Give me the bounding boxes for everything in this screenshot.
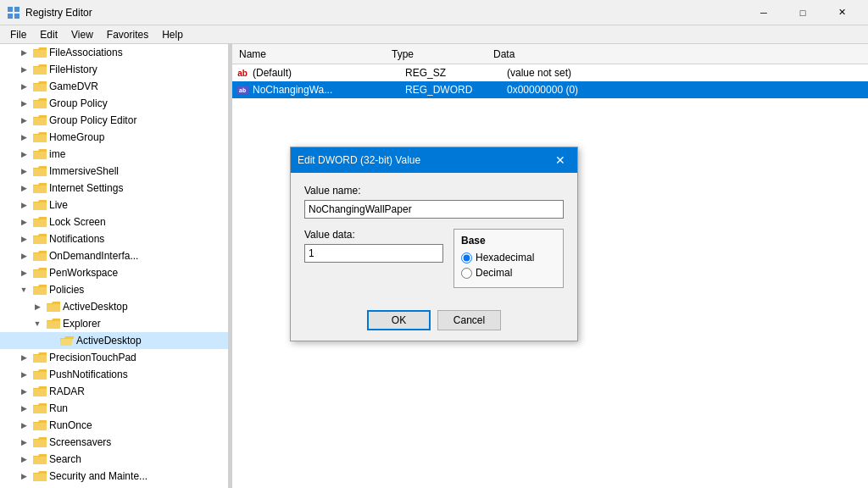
value-name-input[interactable] [304, 200, 564, 219]
hexadecimal-radio[interactable] [461, 252, 472, 263]
edit-dword-dialog: Edit DWORD (32-bit) Value ✕ Value name: … [290, 147, 578, 341]
ok-button[interactable]: OK [367, 310, 431, 330]
dialog-close-button[interactable]: ✕ [550, 150, 570, 170]
dialog-row: Value data: Base Hexadecimal Decimal [304, 229, 564, 288]
cancel-button[interactable]: Cancel [437, 310, 501, 330]
value-name-label: Value name: [304, 185, 564, 197]
decimal-radio-row: Decimal [461, 267, 556, 279]
hexadecimal-radio-row: Hexadecimal [461, 252, 556, 263]
decimal-label[interactable]: Decimal [476, 267, 512, 279]
decimal-radio[interactable] [461, 268, 472, 279]
hexadecimal-label[interactable]: Hexadecimal [476, 252, 534, 263]
value-data-col: Value data: [304, 229, 443, 288]
dialog-footer: OK Cancel [291, 305, 577, 341]
modal-overlay: Edit DWORD (32-bit) Value ✕ Value name: … [0, 0, 868, 488]
base-group: Base Hexadecimal Decimal [453, 229, 564, 288]
base-title: Base [461, 235, 556, 247]
value-data-label: Value data: [304, 229, 443, 241]
value-data-input[interactable] [304, 244, 443, 263]
dialog-titlebar: Edit DWORD (32-bit) Value ✕ [291, 147, 577, 173]
dialog-title: Edit DWORD (32-bit) Value [298, 154, 420, 166]
dialog-body: Value name: Value data: Base Hexadecimal… [291, 173, 577, 305]
